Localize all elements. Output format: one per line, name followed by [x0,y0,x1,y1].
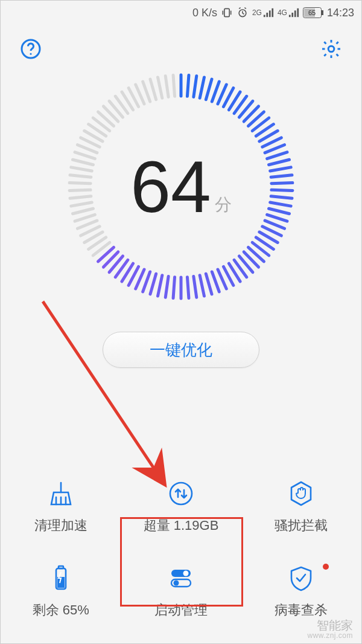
block-hand-icon [288,480,314,507]
svg-line-49 [269,208,290,213]
svg-rect-13 [291,13,293,17]
svg-marker-118 [291,482,311,505]
svg-line-24 [187,75,188,96]
traffic-cell[interactable]: 超量 1.19GB [121,480,241,535]
battery-label: 剩余 65% [33,601,89,619]
svg-rect-12 [289,15,291,18]
launch-label: 启动管理 [154,601,208,619]
svg-line-90 [69,190,91,190]
toggle-icon [168,565,194,591]
svg-line-44 [271,175,292,178]
svg-rect-11 [272,8,273,17]
svg-line-126 [43,301,164,483]
clock: 14:23 [327,7,354,19]
notification-dot [323,564,329,570]
svg-rect-17 [322,10,323,15]
svg-line-112 [173,75,174,96]
score-dial[interactable]: 64 分 [60,66,302,308]
battery-icon [48,565,74,591]
vibrate-icon [221,7,233,19]
svg-line-89 [70,196,91,199]
svg-point-21 [30,53,32,55]
virus-cell[interactable]: 病毒查杀 [241,565,361,619]
alarm-icon [237,7,249,19]
svg-text:65: 65 [308,9,316,16]
svg-line-110 [158,77,162,98]
svg-line-45 [272,183,293,184]
svg-line-94 [72,159,93,164]
svg-rect-14 [294,10,296,17]
signal-4g: 4G [278,7,299,18]
svg-line-47 [271,196,292,199]
svg-line-91 [69,183,91,184]
optimize-label: 一键优化 [150,340,212,361]
svg-line-7 [244,8,246,9]
svg-line-66 [194,277,197,298]
svg-point-117 [170,483,192,504]
svg-point-22 [328,46,334,52]
annotation-arrow [25,291,194,508]
harass-label: 骚扰拦截 [275,517,328,535]
svg-line-72 [150,274,156,294]
help-button[interactable] [19,37,43,61]
svg-point-125 [173,581,179,586]
signal-2g: 2G [252,7,274,18]
svg-line-70 [165,277,168,298]
watermark-line2: www.znj.com [307,632,353,640]
svg-line-69 [173,277,174,298]
svg-line-88 [71,202,92,206]
svg-line-96 [77,145,97,153]
traffic-label: 超量 1.19GB [144,517,219,535]
shield-check-icon [288,565,314,591]
clean-cell[interactable]: 清理加速 [1,480,121,535]
svg-line-73 [143,272,150,292]
settings-gear-button[interactable] [319,37,343,61]
feature-grid: 清理加速 超量 1.19GB 骚扰拦截 [1,480,361,619]
svg-rect-120 [59,566,63,568]
svg-line-71 [158,275,162,296]
launch-cell[interactable]: 启动管理 [121,565,241,619]
clean-label: 清理加速 [34,517,87,535]
battery-cell[interactable]: 剩余 65% [1,565,121,619]
svg-rect-0 [224,8,229,16]
virus-label: 病毒查杀 [275,601,328,619]
svg-line-50 [267,214,287,221]
svg-rect-10 [269,10,271,17]
svg-line-6 [239,8,241,9]
svg-rect-15 [297,8,299,17]
broom-icon [48,480,74,507]
svg-line-108 [143,82,150,101]
battery-indicator: 65 [303,7,323,18]
watermark-line1: 智能家 [307,619,353,632]
status-bar: 0 K/s 2G 4G 65 14:23 [1,1,361,25]
svg-line-26 [200,77,204,98]
svg-line-40 [265,145,284,153]
optimize-button[interactable]: 一键优化 [103,332,259,368]
svg-line-109 [150,79,156,100]
top-bar [1,25,361,61]
svg-line-92 [70,175,91,178]
svg-line-51 [265,221,284,228]
svg-line-42 [269,159,290,164]
svg-line-63 [212,272,219,292]
svg-line-111 [165,76,168,97]
svg-line-86 [75,214,95,221]
svg-line-67 [187,277,188,298]
svg-line-95 [75,152,95,159]
svg-rect-8 [264,15,265,18]
svg-line-41 [267,152,287,159]
svg-line-46 [272,190,293,190]
svg-line-93 [71,167,92,171]
svg-line-43 [270,167,291,171]
svg-line-5 [243,13,244,14]
svg-rect-9 [266,13,268,17]
svg-line-64 [206,274,212,294]
net-speed: 0 K/s [192,7,217,19]
svg-line-25 [194,76,197,97]
svg-line-27 [206,79,212,100]
svg-line-85 [77,221,97,228]
svg-line-87 [72,208,93,213]
harass-cell[interactable]: 骚扰拦截 [241,480,361,535]
svg-line-65 [200,275,204,296]
watermark: 智能家 www.znj.com [307,619,353,640]
